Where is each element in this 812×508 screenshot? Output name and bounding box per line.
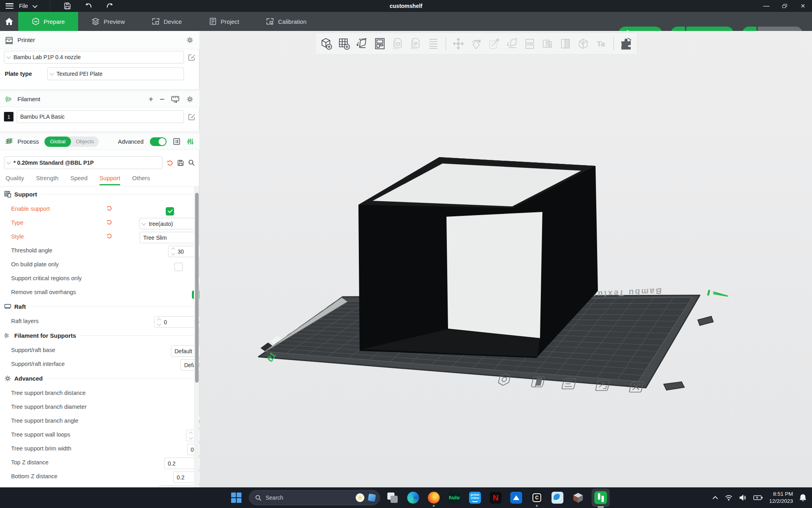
printer-edit-icon[interactable] [188, 54, 195, 61]
cube-app-icon [572, 492, 584, 504]
filament-settings-gear-icon[interactable] [186, 95, 194, 103]
battery-charging-icon[interactable] [753, 495, 763, 500]
notifications-bell-icon[interactable] [799, 494, 806, 502]
chevron-down-icon[interactable] [32, 3, 37, 8]
support-type-select[interactable]: tree(auto) [139, 218, 195, 229]
reset-icon[interactable] [106, 219, 112, 227]
tray-expand-chevron-icon[interactable] [712, 495, 718, 500]
app-bambu-studio-active[interactable] [591, 490, 611, 506]
spinner-arrows-icon[interactable] [158, 319, 161, 325]
raft-group-header: Raft [0, 299, 199, 314]
add-filament-button[interactable]: + [148, 95, 153, 103]
volume-icon[interactable] [739, 495, 747, 501]
raft-layers-spinner[interactable]: 0layers [154, 316, 199, 328]
app-firefox[interactable] [426, 490, 442, 506]
printer-settings-gear-icon[interactable] [186, 36, 194, 44]
tab-quality[interactable]: Quality [6, 175, 24, 184]
filament-select[interactable]: Bambu PLA Basic [17, 110, 184, 123]
add-plate-icon[interactable] [337, 35, 351, 52]
plate-type-select[interactable]: Textured PEI Plate [47, 67, 184, 80]
process-preset-select[interactable]: * 0.20mm Standard @BBL P1P [4, 156, 163, 169]
arrange-icon[interactable] [373, 35, 387, 52]
file-menu[interactable]: File [19, 3, 28, 9]
title-bar: File customshelf — × [0, 0, 812, 12]
scope-objects[interactable]: Objects [71, 137, 99, 147]
app-media-player[interactable] [550, 490, 565, 506]
auto-orient-icon[interactable]: AUTO [355, 35, 369, 52]
tab-device[interactable]: Device [138, 12, 195, 31]
app-netflix[interactable]: N [488, 490, 504, 506]
taskbar-search[interactable]: Search [249, 490, 380, 505]
tab-project[interactable]: Project [195, 12, 253, 31]
on-build-plate-only-checkbox[interactable] [174, 263, 183, 271]
windows-taskbar: Search hulu primevideo N C [0, 487, 812, 508]
app-paramount-plus[interactable] [508, 490, 524, 506]
scope-global[interactable]: Global [44, 137, 71, 147]
reset-preset-icon[interactable] [167, 160, 173, 166]
enable-support-checkbox[interactable] [166, 207, 174, 216]
rotate-tool-icon [469, 35, 483, 52]
search-highlight-gem-icon[interactable] [368, 494, 376, 502]
filament-for-supports-group-header: Filament for Supports [0, 328, 199, 343]
cut-tool-icon [576, 35, 590, 52]
parameter-list-icon[interactable] [173, 138, 180, 145]
import-object-icon: O [391, 35, 405, 52]
process-section-header: Process Global Objects Advanced [0, 131, 199, 150]
3d-viewport[interactable]: Bambu Textured PEI Plate 01 [200, 31, 812, 487]
tab-prepare[interactable]: Prepare [18, 12, 78, 31]
bambu-studio-icon [594, 491, 607, 504]
task-view-button[interactable] [385, 490, 400, 506]
spinner-arrows-icon[interactable] [172, 248, 174, 255]
wifi-icon[interactable] [725, 495, 733, 501]
task-view-icon [387, 493, 398, 503]
tab-preview[interactable]: Preview [78, 12, 138, 31]
filament-slot-number[interactable]: 1 [4, 112, 13, 121]
start-button[interactable] [228, 490, 244, 506]
tune-parameters-icon[interactable] [187, 138, 194, 145]
clock[interactable]: 8:51 PM 12/2/2023 [769, 491, 793, 505]
app-hulu[interactable]: hulu [446, 490, 462, 506]
support-style-select[interactable]: Tree Slim [140, 232, 196, 243]
restore-button[interactable] [776, 0, 794, 12]
app-3d-modeling[interactable] [570, 490, 586, 506]
home-button[interactable] [0, 12, 18, 31]
tab-strength[interactable]: Strength [36, 175, 59, 184]
redo-icon[interactable] [106, 2, 114, 10]
save-preset-icon[interactable] [177, 160, 184, 166]
import-part-icon: P [408, 35, 423, 52]
tab-others[interactable]: Others [132, 175, 150, 184]
minimize-button[interactable]: — [757, 0, 776, 12]
remove-filament-button[interactable]: − [160, 95, 165, 103]
app-edge[interactable] [405, 490, 421, 506]
app-prime-video[interactable]: primevideo [467, 490, 483, 506]
save-icon[interactable] [64, 2, 71, 10]
undo-icon[interactable] [84, 2, 92, 10]
ams-sync-icon[interactable] [171, 95, 180, 103]
search-preset-icon[interactable] [188, 159, 195, 166]
process-scope-switch[interactable]: Global Objects [44, 137, 99, 147]
tab-support[interactable]: Support [100, 175, 121, 185]
project-icon [209, 17, 217, 25]
scene-canvas[interactable]: Bambu Textured PEI Plate 01 [200, 31, 812, 487]
tab-speed[interactable]: Speed [70, 175, 87, 184]
printer-select[interactable]: Bambu Lab P1P 0.4 nozzle [4, 51, 184, 64]
setting-row-wall-loops: Tree support wall loops 1 [0, 427, 199, 441]
filament-edit-icon[interactable] [188, 113, 195, 121]
wipe-tower-marker[interactable] [707, 290, 728, 296]
assembly-view-icon[interactable] [619, 35, 633, 52]
setting-row-base-pattern: Base pattern Default [0, 483, 199, 487]
app-capcut[interactable]: C [529, 490, 545, 506]
settings-scrollbar-thumb[interactable] [195, 193, 199, 383]
search-highlight-flower-icon[interactable] [356, 493, 364, 502]
model-custom-shelf[interactable] [358, 157, 598, 358]
advanced-toggle[interactable] [150, 137, 167, 146]
tab-calibration[interactable]: Calibration [253, 12, 320, 31]
reset-icon[interactable] [106, 205, 112, 213]
main-menu-icon[interactable] [6, 3, 13, 9]
tray-date: 12/2/2023 [769, 498, 793, 505]
reset-icon[interactable] [106, 233, 112, 241]
spinner-arrows-icon[interactable] [190, 432, 192, 439]
add-object-icon[interactable] [319, 35, 333, 52]
netflix-icon: N [490, 492, 502, 504]
close-button[interactable]: × [794, 0, 812, 12]
